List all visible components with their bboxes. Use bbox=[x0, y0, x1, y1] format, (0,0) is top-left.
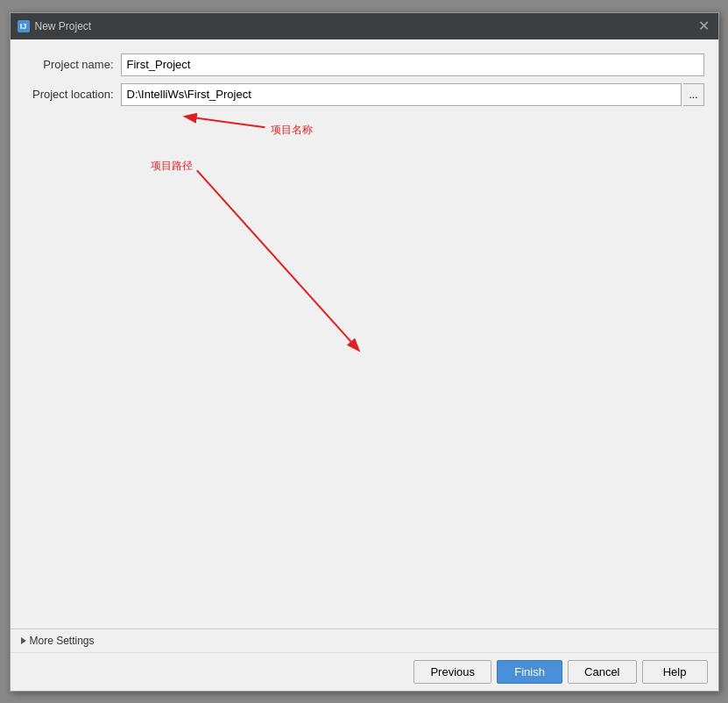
svg-line-3 bbox=[196, 170, 357, 349]
title-bar-left: IJ New Project bbox=[18, 20, 92, 32]
project-location-row: Project location: ... bbox=[25, 83, 704, 106]
browse-button[interactable]: ... bbox=[683, 83, 703, 106]
expand-icon bbox=[21, 637, 26, 644]
button-row: Previous Finish Cancel Help bbox=[11, 652, 718, 691]
svg-line-1 bbox=[186, 117, 265, 127]
dialog-title: New Project bbox=[35, 20, 92, 32]
help-button[interactable]: Help bbox=[642, 660, 708, 684]
cancel-button[interactable]: Cancel bbox=[568, 660, 636, 684]
dialog-footer: More Settings Previous Finish Cancel Hel… bbox=[11, 628, 718, 691]
project-name-label: Project name: bbox=[25, 58, 121, 71]
project-location-label: Project location: bbox=[25, 88, 121, 101]
svg-text:项目名称: 项目名称 bbox=[270, 123, 312, 135]
project-name-input-wrap bbox=[121, 53, 704, 76]
new-project-dialog: IJ New Project ✕ Project name: Project l… bbox=[10, 12, 719, 692]
finish-button[interactable]: Finish bbox=[497, 660, 562, 684]
project-location-input[interactable] bbox=[121, 83, 682, 106]
svg-text:项目路径: 项目路径 bbox=[150, 159, 192, 171]
project-name-input[interactable] bbox=[121, 53, 704, 76]
previous-button[interactable]: Previous bbox=[413, 660, 491, 684]
app-icon: IJ bbox=[18, 20, 30, 32]
content-area: 项目名称 项目路径 bbox=[25, 113, 704, 614]
more-settings-label: More Settings bbox=[30, 635, 95, 647]
dialog-body: Project name: Project location: ... bbox=[11, 39, 718, 628]
project-name-row: Project name: bbox=[25, 53, 704, 76]
close-button[interactable]: ✕ bbox=[696, 19, 711, 33]
annotation-svg: 项目名称 项目路径 bbox=[25, 113, 704, 614]
project-location-input-wrap: ... bbox=[121, 83, 704, 106]
more-settings-toggle[interactable]: More Settings bbox=[11, 629, 718, 652]
title-bar: IJ New Project ✕ bbox=[11, 13, 718, 39]
